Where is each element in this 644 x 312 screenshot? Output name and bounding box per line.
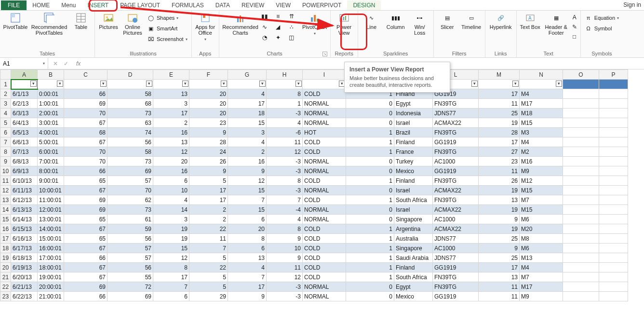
cell[interactable] bbox=[563, 205, 599, 215]
cell[interactable]: 6/14/13 bbox=[11, 215, 38, 224]
cell[interactable]: 17 bbox=[153, 272, 189, 282]
row-header[interactable]: 2 bbox=[0, 89, 11, 99]
cell[interactable]: 4 bbox=[228, 137, 267, 147]
cell[interactable]: 0 bbox=[346, 166, 394, 176]
row-header[interactable]: 12 bbox=[0, 186, 11, 195]
cell[interactable]: 56 bbox=[107, 234, 153, 244]
cell[interactable] bbox=[563, 224, 599, 234]
cell[interactable]: 58 bbox=[107, 89, 153, 99]
cell[interactable]: 65 bbox=[64, 234, 107, 244]
cell[interactable]: -4 bbox=[267, 205, 303, 215]
cell[interactable]: GG1919 bbox=[433, 137, 479, 147]
area-chart-icon[interactable]: ◢ bbox=[274, 23, 282, 31]
cell[interactable]: 6 bbox=[228, 215, 267, 224]
table-header-cell[interactable]: buildingid▾ bbox=[228, 80, 267, 89]
cell[interactable]: 61 bbox=[107, 215, 153, 224]
cell[interactable]: M17 bbox=[520, 282, 563, 292]
cell[interactable]: 67 bbox=[64, 137, 107, 147]
cell[interactable]: Indonesia bbox=[394, 109, 433, 118]
cell[interactable]: 23 bbox=[189, 118, 228, 128]
tab-design[interactable]: DESIGN bbox=[347, 0, 381, 10]
row-header[interactable]: 5 bbox=[0, 118, 11, 128]
cell[interactable]: 13 bbox=[479, 272, 520, 282]
pivotchart-button[interactable]: PivotChart▾ bbox=[301, 12, 328, 38]
cell[interactable]: 69 bbox=[107, 166, 153, 176]
row-header[interactable]: 13 bbox=[0, 195, 11, 205]
cell[interactable] bbox=[599, 292, 628, 301]
cell[interactable]: 8 bbox=[267, 176, 303, 186]
signin-link[interactable]: Sign in bbox=[623, 1, 641, 8]
cell[interactable]: 67 bbox=[64, 244, 107, 253]
row-header[interactable]: 3 bbox=[0, 99, 11, 109]
recommended-charts-button[interactable]: Recommended Charts bbox=[221, 12, 260, 37]
tab-powerpivot[interactable]: POWERPIVOT bbox=[296, 0, 347, 10]
cell[interactable]: 9 bbox=[228, 292, 267, 301]
cell[interactable]: -3 bbox=[267, 157, 303, 166]
cell[interactable]: 67 bbox=[64, 224, 107, 234]
cell[interactable] bbox=[563, 147, 599, 157]
cell[interactable]: NORMAL bbox=[303, 282, 346, 292]
cell[interactable]: Brazil bbox=[394, 128, 433, 137]
cell[interactable]: 0 bbox=[346, 205, 394, 215]
cell[interactable]: 12:00:01 bbox=[38, 205, 64, 215]
cell[interactable] bbox=[563, 80, 599, 89]
cell[interactable] bbox=[599, 282, 628, 292]
cell[interactable]: 2 bbox=[228, 147, 267, 157]
cell[interactable]: 15 bbox=[228, 205, 267, 215]
cell[interactable]: 4 bbox=[267, 215, 303, 224]
fx-icon[interactable]: fx bbox=[73, 60, 83, 67]
cell[interactable]: 57 bbox=[107, 176, 153, 186]
column-header[interactable]: P bbox=[599, 70, 628, 80]
column-header[interactable]: D bbox=[107, 70, 153, 80]
cell[interactable]: 10:00:01 bbox=[38, 186, 64, 195]
cell[interactable]: 12 bbox=[153, 253, 189, 263]
cell[interactable]: M3 bbox=[520, 128, 563, 137]
cell[interactable]: M16 bbox=[520, 157, 563, 166]
cell[interactable]: -3 bbox=[267, 186, 303, 195]
cell[interactable]: 66 bbox=[64, 89, 107, 99]
cell[interactable]: NORMAL bbox=[303, 292, 346, 301]
cell[interactable]: 67 bbox=[64, 186, 107, 195]
tab-insert[interactable]: INSERT bbox=[81, 0, 114, 10]
cell[interactable] bbox=[599, 118, 628, 128]
cell[interactable]: 12 bbox=[267, 272, 303, 282]
row-header[interactable]: 8 bbox=[0, 147, 11, 157]
cell[interactable]: COLD bbox=[303, 195, 346, 205]
cell[interactable] bbox=[599, 224, 628, 234]
cell[interactable]: AC1000 bbox=[433, 157, 479, 166]
cell[interactable]: 56 bbox=[107, 263, 153, 272]
signature-icon[interactable]: ✎ bbox=[571, 23, 578, 31]
cell[interactable]: 17 bbox=[189, 195, 228, 205]
cell[interactable]: 4 bbox=[153, 195, 189, 205]
row-header[interactable]: 22 bbox=[0, 282, 11, 292]
table-button[interactable]: Table bbox=[69, 12, 93, 31]
cell[interactable]: 13:00:01 bbox=[38, 215, 64, 224]
tab-menu[interactable]: Menu bbox=[55, 0, 81, 10]
cell[interactable]: Mexico bbox=[394, 166, 433, 176]
row-header[interactable]: 20 bbox=[0, 263, 11, 272]
cell[interactable]: M8 bbox=[520, 234, 563, 244]
cell[interactable]: 74 bbox=[107, 128, 153, 137]
filter-dropdown-icon[interactable]: ▾ bbox=[471, 81, 478, 87]
tab-home[interactable]: HOME bbox=[27, 0, 55, 10]
cell[interactable]: 9 bbox=[267, 234, 303, 244]
worksheet-grid[interactable]: ABCDEFGHIJKLMNOP1date▾time▾targettemp▾ac… bbox=[0, 69, 644, 312]
cell[interactable] bbox=[563, 272, 599, 282]
table-header-cell[interactable]: temp_diff▾ bbox=[267, 80, 303, 89]
cell[interactable]: 17 bbox=[228, 282, 267, 292]
tab-formulas[interactable]: FORMULAS bbox=[166, 0, 210, 10]
tab-view[interactable]: VIEW bbox=[270, 0, 296, 10]
pie-chart-icon[interactable]: ◔ bbox=[261, 34, 268, 41]
cell[interactable] bbox=[599, 234, 628, 244]
cell[interactable]: NORMAL bbox=[303, 166, 346, 176]
cell[interactable]: Israel bbox=[394, 186, 433, 195]
cell[interactable]: 6/4/13 bbox=[11, 118, 38, 128]
cell[interactable]: M4 bbox=[520, 137, 563, 147]
row-header[interactable]: 1 bbox=[0, 80, 11, 89]
cell[interactable]: 19 bbox=[479, 205, 520, 215]
cell[interactable]: COLD bbox=[303, 263, 346, 272]
cell[interactable]: 21:00:01 bbox=[38, 292, 64, 301]
cell[interactable]: COLD bbox=[303, 253, 346, 263]
filter-dropdown-icon[interactable]: ▾ bbox=[221, 81, 227, 87]
shapes-button[interactable]: ◯Shapes▾ bbox=[145, 14, 189, 22]
